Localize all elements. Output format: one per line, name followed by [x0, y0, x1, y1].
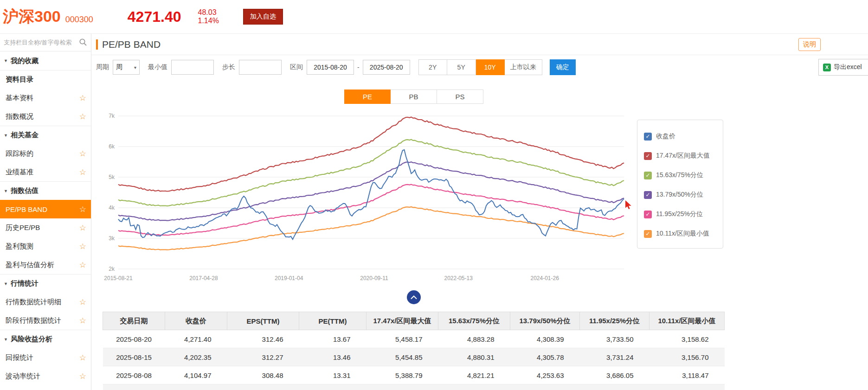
sidebar-item-label: 跟踪标的	[6, 149, 33, 158]
star-icon[interactable]: ☆	[79, 223, 86, 233]
legend-item[interactable]: ✓13.79x/50%分位	[644, 185, 723, 205]
cell-value: 4,305.78	[510, 348, 580, 366]
legend-label: 17.47x/区间最大值	[656, 152, 710, 160]
sidebar-section[interactable]: ▼行情统计	[0, 274, 91, 293]
sidebar-item[interactable]: 业绩基准☆	[0, 163, 91, 181]
search-input[interactable]	[0, 34, 91, 51]
sidebar-item[interactable]: 跟踪标的☆	[0, 144, 91, 163]
sidebar-section[interactable]: 资料目录	[0, 70, 91, 89]
collapse-chart-button[interactable]	[407, 290, 421, 304]
sidebar-item[interactable]: 历史PE/PB☆	[0, 218, 91, 237]
period-select[interactable]: 周 ▾	[113, 60, 140, 75]
index-price: 4271.40	[128, 8, 181, 26]
legend-checkbox[interactable]: ✓	[644, 172, 652, 179]
sidebar-item[interactable]: 盈利预测☆	[0, 237, 91, 256]
range-start-input[interactable]	[307, 60, 354, 75]
svg-text:7k: 7k	[109, 113, 115, 119]
sidebar-item[interactable]: 盈利与估值分析☆	[0, 256, 91, 274]
cell-trade-date: 2025-08-15	[103, 348, 165, 366]
cell-value: 4,880.31	[438, 348, 510, 366]
search-icon[interactable]	[79, 38, 87, 48]
range-button-5y[interactable]: 5Y	[447, 59, 476, 75]
star-icon[interactable]: ☆	[79, 297, 86, 307]
legend-checkbox[interactable]: ✓	[644, 133, 652, 141]
tab-pb[interactable]: PB	[391, 90, 437, 104]
page-title: PE/PB BAND	[102, 39, 161, 50]
tab-ps[interactable]: PS	[437, 90, 483, 104]
export-label: 导出excel	[834, 63, 862, 71]
range-button-上市以来[interactable]: 上市以来	[505, 59, 542, 75]
star-icon[interactable]: ☆	[79, 242, 86, 251]
change-value: 48.03	[198, 8, 219, 17]
sidebar-item-label: 风险收益分析	[11, 335, 52, 344]
legend-item[interactable]: ✓15.63x/75%分位	[644, 166, 723, 185]
legend-label: 11.95x/25%分位	[656, 210, 703, 218]
cell-value: 4,816.23	[438, 384, 510, 390]
help-button[interactable]: 说明	[798, 38, 821, 51]
band-line-max	[118, 117, 624, 191]
sidebar-item-label: 相关基金	[11, 131, 39, 140]
star-icon[interactable]: ☆	[79, 371, 86, 381]
star-icon[interactable]: ☆	[79, 93, 86, 103]
star-icon[interactable]: ☆	[79, 112, 86, 121]
star-icon[interactable]: ☆	[79, 205, 86, 214]
min-value-input[interactable]	[171, 60, 214, 75]
sidebar-section[interactable]: ▼风险收益分析	[0, 330, 91, 348]
sidebar-item[interactable]: PE/PB BAND☆	[0, 200, 91, 218]
sidebar-item[interactable]: 阶段行情数据统计☆	[0, 311, 91, 330]
cell-value: 4,253.63	[510, 366, 580, 384]
star-icon[interactable]: ☆	[79, 260, 86, 270]
sidebar-section[interactable]: ▼指数估值	[0, 181, 91, 200]
sidebar-item[interactable]: 回报统计☆	[0, 348, 91, 367]
legend-item[interactable]: ✓17.47x/区间最大值	[644, 146, 723, 166]
star-icon[interactable]: ☆	[79, 149, 86, 159]
tab-pe[interactable]: PE	[344, 90, 391, 104]
period-label: 周期	[96, 63, 109, 71]
chart-legend: ✓收盘价✓17.47x/区间最大值✓15.63x/75%分位✓13.79x/50…	[637, 120, 723, 249]
title-accent-bar	[96, 39, 98, 50]
star-icon[interactable]: ☆	[79, 353, 86, 363]
star-icon[interactable]: ☆	[79, 167, 86, 177]
pe-band-chart[interactable]: 2k3k4k5k6k7k2015-08-212017-04-282019-01-…	[97, 108, 630, 285]
sidebar-item[interactable]: 行情数据统计明细☆	[0, 293, 91, 311]
legend-checkbox[interactable]: ✓	[644, 191, 652, 199]
sidebar-item[interactable]: 基本资料☆	[0, 89, 91, 107]
sidebar-section[interactable]: ▼相关基金	[0, 126, 91, 144]
legend-checkbox[interactable]: ✓	[644, 230, 652, 238]
legend-checkbox[interactable]: ✓	[644, 152, 652, 160]
sidebar-section[interactable]: ▼我的收藏	[0, 51, 91, 70]
legend-label: 13.79x/50%分位	[656, 191, 703, 199]
star-icon[interactable]: ☆	[79, 316, 86, 326]
panel-header: PE/PB BAND 说明	[91, 34, 868, 55]
confirm-button[interactable]: 确定	[550, 59, 576, 75]
sidebar-item-label: 盈利与估值分析	[6, 261, 54, 269]
cell-value: 4,104.97	[165, 366, 227, 384]
cell-value: 4,271.40	[165, 330, 227, 348]
range-button-10y[interactable]: 10Y	[476, 59, 505, 75]
legend-label: 收盘价	[656, 132, 675, 141]
legend-item[interactable]: ✓11.95x/25%分位	[644, 205, 723, 224]
range-button-2y[interactable]: 2Y	[418, 59, 447, 75]
legend-label: 10.11x/区间最小值	[656, 230, 709, 238]
svg-text:4k: 4k	[109, 205, 115, 211]
step-input[interactable]	[239, 60, 282, 75]
table-header-cell: 11.95x/25%分位	[580, 312, 649, 330]
cell-value: 4,308.39	[510, 330, 580, 348]
svg-text:6k: 6k	[109, 143, 115, 150]
sidebar-item-label: 波动率统计	[6, 372, 40, 381]
range-end-input[interactable]	[363, 60, 410, 75]
chevron-down-icon: ▾	[134, 65, 136, 70]
export-excel-button[interactable]: X 导出excel	[818, 59, 868, 76]
legend-item[interactable]: ✓10.11x/区间最小值	[644, 224, 723, 243]
table-row: 2025-08-084,104.97308.4813.315,388.794,8…	[103, 366, 725, 384]
sidebar-item[interactable]: 指数概况☆	[0, 107, 91, 126]
cell-trade-date: 2025-08-08	[103, 366, 165, 384]
range-button-group: 2Y5Y10Y上市以来	[418, 59, 542, 75]
legend-checkbox[interactable]: ✓	[644, 211, 652, 218]
legend-item[interactable]: ✓收盘价	[644, 127, 723, 146]
cell-value: 4,883.28	[438, 330, 510, 348]
add-watchlist-button[interactable]: 加入自选	[243, 9, 283, 25]
band-line-min	[118, 207, 624, 250]
sidebar-item-label: 业绩基准	[6, 168, 33, 177]
sidebar-item[interactable]: 波动率统计☆	[0, 367, 91, 385]
